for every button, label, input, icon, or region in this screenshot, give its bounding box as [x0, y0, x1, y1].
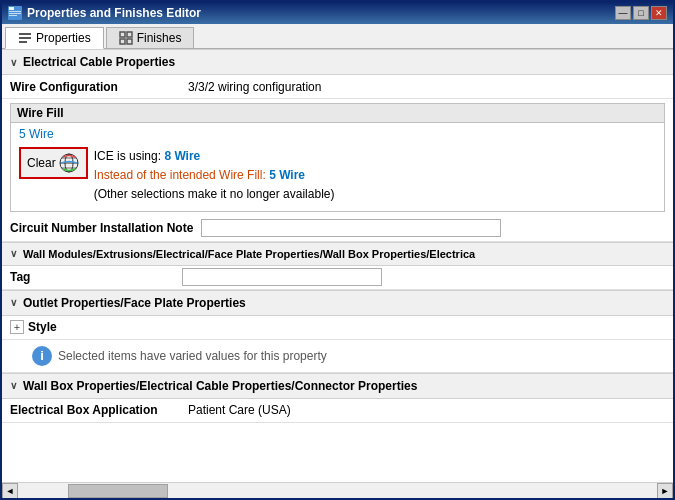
- tab-properties-label: Properties: [36, 31, 91, 45]
- bottom-padding: [2, 423, 673, 443]
- minimize-button[interactable]: —: [615, 6, 631, 20]
- circuit-note-label: Circuit Number Installation Note: [2, 217, 201, 239]
- wire-fill-header: Wire Fill: [11, 104, 664, 123]
- main-window: Properties and Finishes Editor — □ ✕ Pro…: [0, 0, 675, 500]
- svg-rect-3: [9, 15, 17, 16]
- scroll-right-button[interactable]: ►: [657, 483, 673, 499]
- section-outlet-label: Outlet Properties/Face Plate Properties: [23, 296, 246, 310]
- section-electrical-cable[interactable]: ∨ Electrical Cable Properties: [2, 49, 673, 75]
- wire-fill-section: Wire Fill 5 Wire Clear: [10, 103, 665, 212]
- scroll-area[interactable]: ∨ Electrical Cable Properties Wire Confi…: [2, 49, 673, 482]
- svg-rect-4: [19, 33, 31, 35]
- section-electrical-label: Electrical Cable Properties: [23, 55, 175, 69]
- svg-rect-8: [127, 32, 132, 37]
- tag-input[interactable]: [182, 268, 382, 286]
- window-icon: [8, 6, 22, 20]
- section-wall-box-label: Wall Box Properties/Electrical Cable Pro…: [23, 379, 417, 393]
- scroll-thumb[interactable]: [68, 484, 168, 498]
- section-wall-box[interactable]: ∨ Wall Box Properties/Electrical Cable P…: [2, 373, 673, 399]
- circuit-note-row: Circuit Number Installation Note: [2, 216, 673, 242]
- section-wall-label: Wall Modules/Extrusions/Electrical/Face …: [23, 248, 475, 260]
- section-outlet[interactable]: ∨ Outlet Properties/Face Plate Propertie…: [2, 290, 673, 316]
- wire-configuration-label: Wire Configuration: [2, 76, 182, 98]
- tab-properties[interactable]: Properties: [5, 27, 104, 49]
- svg-rect-5: [19, 37, 31, 39]
- svg-rect-0: [9, 7, 14, 10]
- wire-fill-content: 5 Wire Clear: [11, 123, 664, 211]
- scroll-left-button[interactable]: ◄: [2, 483, 18, 499]
- warning-text: ICE is using: 8 Wire Instead of the inte…: [94, 147, 335, 205]
- wire-fill-value: 5 Wire: [19, 127, 656, 141]
- ice-value: 8 Wire: [164, 149, 200, 163]
- intended-label: Instead of the intended Wire Fill:: [94, 168, 266, 182]
- warning-intended-line: Instead of the intended Wire Fill: 5 Wir…: [94, 166, 335, 185]
- clear-button[interactable]: Clear: [19, 147, 88, 179]
- svg-rect-1: [9, 11, 21, 12]
- chevron-electrical-icon: ∨: [10, 57, 17, 68]
- tag-label: Tag: [2, 266, 182, 288]
- tab-bar: Properties Finishes: [2, 24, 673, 49]
- clear-icon: [58, 152, 80, 174]
- info-row: i Selected items have varied values for …: [2, 340, 673, 373]
- info-text: Selected items have varied values for th…: [58, 349, 327, 363]
- electrical-box-row: Electrical Box Application Patient Care …: [2, 399, 673, 423]
- svg-rect-7: [120, 32, 125, 37]
- ice-label: ICE is using:: [94, 149, 161, 163]
- expand-style-icon[interactable]: +: [10, 320, 24, 334]
- content-area: ∨ Electrical Cable Properties Wire Confi…: [2, 49, 673, 498]
- tag-row: Tag: [2, 266, 673, 290]
- horizontal-scrollbar[interactable]: ◄ ►: [2, 482, 673, 498]
- svg-rect-6: [19, 41, 27, 43]
- warning-ice-line: ICE is using: 8 Wire: [94, 147, 335, 166]
- circuit-note-input[interactable]: [201, 219, 501, 237]
- info-icon: i: [32, 346, 52, 366]
- maximize-button[interactable]: □: [633, 6, 649, 20]
- list-icon: [18, 31, 32, 45]
- chevron-wall-icon: ∨: [10, 248, 17, 259]
- warning-note: (Other selections make it no longer avai…: [94, 185, 335, 204]
- chevron-outlet-icon: ∨: [10, 297, 17, 308]
- clear-button-label: Clear: [27, 156, 56, 170]
- tab-finishes-label: Finishes: [137, 31, 182, 45]
- svg-rect-10: [127, 39, 132, 44]
- tab-finishes[interactable]: Finishes: [106, 27, 195, 48]
- wire-configuration-row: Wire Configuration 3/3/2 wiring configur…: [2, 75, 673, 99]
- style-row: + Style: [2, 316, 673, 340]
- intended-value: 5 Wire: [269, 168, 305, 182]
- wire-configuration-value: 3/3/2 wiring configuration: [182, 77, 673, 97]
- title-bar: Properties and Finishes Editor — □ ✕: [2, 2, 673, 24]
- electrical-box-label: Electrical Box Application: [2, 399, 182, 421]
- svg-rect-9: [120, 39, 125, 44]
- close-button[interactable]: ✕: [651, 6, 667, 20]
- section-wall-modules[interactable]: ∨ Wall Modules/Extrusions/Electrical/Fac…: [2, 242, 673, 266]
- svg-rect-2: [9, 13, 21, 14]
- electrical-box-value: Patient Care (USA): [182, 400, 673, 420]
- window-title: Properties and Finishes Editor: [27, 6, 201, 20]
- style-label: Style: [28, 320, 57, 334]
- chevron-wallbox-icon: ∨: [10, 380, 17, 391]
- scroll-track[interactable]: [18, 483, 657, 499]
- grid-icon: [119, 31, 133, 45]
- clear-warning-row: Clear: [19, 147, 656, 205]
